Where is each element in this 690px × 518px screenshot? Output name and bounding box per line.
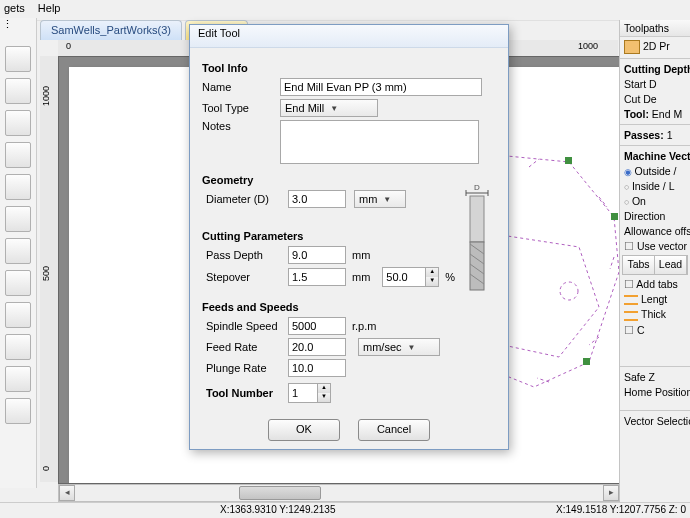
tool-button-4[interactable]	[5, 142, 31, 168]
notes-label: Notes	[202, 120, 280, 132]
scroll-thumb[interactable]	[239, 486, 321, 500]
spin-down-icon[interactable]: ▼	[425, 277, 438, 286]
length-icon	[624, 295, 638, 305]
tool-type-value: End Mill	[285, 102, 324, 114]
pass-depth-input[interactable]	[288, 246, 346, 264]
tool-button-3[interactable]	[5, 110, 31, 136]
tool-button-9[interactable]	[5, 302, 31, 328]
tool-type-combo[interactable]: End Mill ▼	[280, 99, 378, 117]
tool-button-8[interactable]	[5, 270, 31, 296]
tool-button-2[interactable]	[5, 78, 31, 104]
pass-depth-unit: mm	[352, 249, 370, 261]
dim-d-label: D	[474, 183, 480, 192]
tool-button-1[interactable]	[5, 46, 31, 72]
cancel-button[interactable]: Cancel	[358, 419, 430, 441]
tab-length-row: Lengt	[624, 293, 686, 305]
cutting-params-heading: Cutting Parameters	[202, 230, 496, 242]
tool-button-12[interactable]	[5, 398, 31, 424]
check-add-tabs[interactable]: Add tabs	[624, 278, 686, 290]
horizontal-scrollbar[interactable]: ◂ ▸	[58, 484, 620, 502]
svg-rect-3	[583, 358, 590, 365]
scroll-left-arrow-icon[interactable]: ◂	[59, 485, 75, 501]
feed-rate-input[interactable]	[288, 338, 346, 356]
vector-selection-label: Vector Selection	[624, 415, 686, 427]
feeds-speeds-heading: Feeds and Speeds	[202, 301, 496, 313]
diameter-input[interactable]	[288, 190, 346, 208]
radio-on[interactable]: On	[624, 195, 686, 207]
panel-tab-tabs[interactable]: Tabs	[623, 256, 655, 274]
diameter-label: Diameter (D)	[202, 193, 288, 205]
stepover-input[interactable]	[288, 268, 346, 286]
cutting-depths-label: Cutting Depth	[624, 63, 686, 75]
tab-file[interactable]: SamWells_PartWorks(3)	[40, 20, 182, 40]
chevron-down-icon: ▼	[383, 195, 391, 204]
ruler-h-tick: 1000	[578, 41, 598, 51]
cut-depth-label: Cut De	[624, 93, 686, 105]
left-toolbar-handle: ⋮	[2, 18, 32, 31]
panel-tab-leads[interactable]: Lead	[655, 256, 687, 274]
stepover-unit: mm	[352, 271, 370, 283]
pass-depth-label: Pass Depth	[202, 249, 288, 261]
thickness-icon	[624, 311, 638, 321]
name-input[interactable]	[280, 78, 482, 96]
ruler-h-tick: 0	[66, 41, 71, 51]
spindle-speed-input[interactable]	[288, 317, 346, 335]
spin-up-icon[interactable]: ▲	[317, 384, 330, 393]
status-coords-left: X:1363.9310 Y:1249.2135	[220, 504, 335, 515]
svg-point-0	[560, 282, 578, 300]
check-c[interactable]: C	[624, 324, 686, 336]
name-label: Name	[202, 81, 280, 93]
status-bar: X:1363.9310 Y:1249.2135 X:149.1518 Y:120…	[0, 502, 690, 518]
plunge-rate-input[interactable]	[288, 359, 346, 377]
status-coords-right: X:149.1518 Y:1207.7756 Z: 0	[556, 504, 686, 515]
spin-down-icon[interactable]: ▼	[317, 393, 330, 402]
spindle-speed-label: Spindle Speed	[202, 320, 288, 332]
home-position-label: Home Position	[624, 386, 686, 398]
spindle-speed-unit: r.p.m	[352, 320, 376, 332]
spin-up-icon[interactable]: ▲	[425, 268, 438, 277]
profile-icon	[624, 40, 640, 54]
ruler-v-tick: 1000	[41, 86, 51, 106]
start-depth-label: Start D	[624, 78, 686, 90]
tab-thickness-row: Thick	[624, 308, 686, 320]
tool-button-5[interactable]	[5, 174, 31, 200]
machine-vectors-label: Machine Vect	[624, 150, 686, 162]
notes-input[interactable]	[280, 120, 479, 164]
menu-item-gets[interactable]: gets	[4, 2, 25, 14]
stepover-percent-spin[interactable]: ▲▼	[382, 267, 439, 287]
tool-number-spin[interactable]: ▲▼	[288, 383, 331, 403]
geometry-heading: Geometry	[202, 174, 496, 186]
tool-info-heading: Tool Info	[202, 62, 496, 74]
left-toolbar: ⋮	[0, 18, 37, 488]
menu-bar: gets Help	[0, 0, 690, 21]
check-use-vector[interactable]: Use vector s	[624, 240, 686, 252]
chevron-down-icon: ▼	[330, 104, 338, 113]
endmill-image: D	[460, 182, 494, 294]
tool-button-11[interactable]	[5, 366, 31, 392]
feed-unit-combo[interactable]: mm/sec▼	[358, 338, 440, 356]
tool-row: Tool: End M	[624, 108, 686, 120]
safe-z-label: Safe Z	[624, 371, 686, 383]
tool-button-6[interactable]	[5, 206, 31, 232]
tool-button-7[interactable]	[5, 238, 31, 264]
ruler-vertical: 0 500 1000	[40, 56, 59, 482]
chevron-down-icon: ▼	[408, 343, 416, 352]
diameter-unit-combo[interactable]: mm▼	[354, 190, 406, 208]
plunge-rate-label: Plunge Rate	[202, 362, 288, 374]
ruler-v-tick: 500	[41, 266, 51, 281]
stepover-percent-input[interactable]	[383, 268, 425, 286]
radio-outside[interactable]: Outside /	[624, 165, 686, 177]
profile-2d-button[interactable]: 2D Pr	[624, 40, 686, 54]
tool-type-label: Tool Type	[202, 102, 280, 114]
svg-rect-8	[470, 196, 484, 242]
feed-rate-label: Feed Rate	[202, 341, 288, 353]
toolpaths-header: Toolpaths	[620, 20, 690, 37]
menu-item-help[interactable]: Help	[38, 2, 61, 14]
scroll-right-arrow-icon[interactable]: ▸	[603, 485, 619, 501]
tool-number-input[interactable]	[289, 384, 317, 402]
radio-inside[interactable]: Inside / L	[624, 180, 686, 192]
tool-button-10[interactable]	[5, 334, 31, 360]
ok-button[interactable]: OK	[268, 419, 340, 441]
allowance-label: Allowance offse	[624, 225, 686, 237]
dialog-title: Edit Tool	[190, 25, 508, 48]
